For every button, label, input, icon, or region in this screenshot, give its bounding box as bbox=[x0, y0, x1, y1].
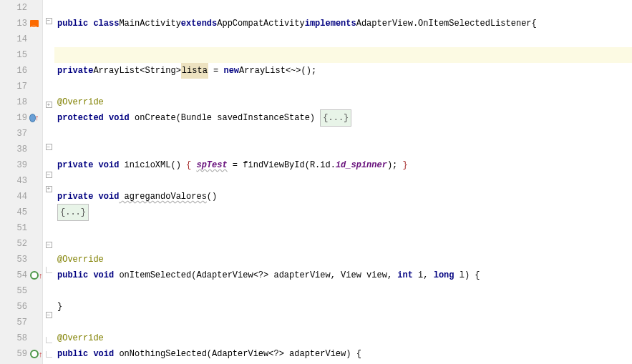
override-marker-icon[interactable] bbox=[29, 270, 39, 280]
folded-code-region[interactable]: {...} bbox=[320, 109, 351, 127]
line-number: 43 bbox=[13, 173, 27, 189]
fold-toggle-icon[interactable]: − bbox=[46, 312, 52, 318]
line-number: 52 bbox=[13, 236, 27, 252]
annotation: @Override bbox=[57, 94, 104, 110]
annotation: @Override bbox=[57, 252, 104, 267]
line-number: 17 bbox=[13, 79, 27, 94]
code-line[interactable]: {...} bbox=[54, 205, 632, 220]
method-name-warn: agregandoValores bbox=[119, 189, 206, 205]
fold-toggle-icon[interactable]: + bbox=[46, 102, 52, 108]
class-marker-icon[interactable] bbox=[29, 19, 39, 29]
line-number: 57 bbox=[13, 315, 27, 330]
line-number: 15 bbox=[13, 47, 27, 63]
line-number: 58 bbox=[13, 330, 27, 346]
code-line[interactable] bbox=[54, 126, 632, 142]
code-line[interactable] bbox=[54, 315, 632, 330]
code-line[interactable] bbox=[54, 79, 632, 94]
code-line[interactable]: @Override bbox=[54, 252, 632, 267]
fold-end-icon bbox=[46, 351, 52, 358]
line-number: 56 bbox=[13, 299, 27, 315]
code-line-highlighted[interactable] bbox=[54, 47, 632, 63]
line-number: 59 bbox=[13, 346, 27, 362]
line-number: 14 bbox=[13, 31, 27, 47]
line-number: 16 bbox=[13, 63, 27, 79]
line-number: 44 bbox=[13, 189, 27, 205]
fold-toggle-icon[interactable]: − bbox=[46, 144, 52, 150]
code-line[interactable] bbox=[54, 236, 632, 252]
code-line[interactable]: @Override bbox=[54, 94, 632, 110]
line-number: 53 bbox=[13, 252, 27, 267]
code-line[interactable]: private void inicioXML() { spTest = find… bbox=[54, 157, 632, 173]
fold-toggle-icon[interactable]: + bbox=[46, 186, 52, 192]
line-number: 19 bbox=[13, 110, 27, 126]
line-number: 13 bbox=[13, 16, 27, 31]
code-line[interactable] bbox=[54, 220, 632, 236]
line-number: 39 bbox=[13, 157, 27, 173]
code-line[interactable]: } bbox=[54, 299, 632, 315]
code-line[interactable] bbox=[54, 173, 632, 189]
line-number: 12 bbox=[13, 0, 27, 16]
line-number: 45 bbox=[13, 205, 27, 220]
fold-toggle-icon[interactable]: − bbox=[46, 242, 52, 248]
code-line[interactable]: public void onNothingSelected(AdapterVie… bbox=[54, 346, 632, 362]
code-line[interactable] bbox=[54, 142, 632, 157]
code-line[interactable]: public class MainActivity extends AppCom… bbox=[54, 16, 632, 31]
line-number: 51 bbox=[13, 220, 27, 236]
line-number: 38 bbox=[13, 142, 27, 157]
fold-gutter: − + − − + − − bbox=[43, 0, 54, 364]
override-up-icon[interactable]: ↑ bbox=[29, 113, 39, 123]
line-number: 54 bbox=[13, 267, 27, 283]
override-marker-icon[interactable] bbox=[29, 349, 39, 359]
fold-end-icon bbox=[46, 267, 52, 273]
line-number-gutter: 12 13 14 15 16 17 18 19↑ 37 38 39 43 44 … bbox=[0, 0, 43, 364]
code-line[interactable]: private ArrayList<String> lista = new Ar… bbox=[54, 63, 632, 79]
code-line[interactable] bbox=[54, 0, 632, 16]
annotation: @Override bbox=[57, 330, 104, 346]
field-ref: spTest bbox=[196, 157, 227, 173]
code-editor[interactable]: public class MainActivity extends AppCom… bbox=[54, 0, 632, 364]
line-number: 55 bbox=[13, 283, 27, 299]
code-line[interactable]: @Override bbox=[54, 330, 632, 346]
line-number: 37 bbox=[13, 126, 27, 142]
code-line[interactable]: public void onItemSelected(AdapterView<?… bbox=[54, 267, 632, 283]
code-line[interactable] bbox=[54, 283, 632, 299]
code-line[interactable]: private void agregandoValores() bbox=[54, 189, 632, 205]
line-number: 18 bbox=[13, 94, 27, 110]
fold-toggle-icon[interactable]: − bbox=[46, 172, 52, 178]
fold-end-icon bbox=[46, 337, 52, 343]
field-name: lista bbox=[181, 63, 208, 79]
folded-code-region[interactable]: {...} bbox=[57, 204, 89, 221]
code-line[interactable] bbox=[54, 31, 632, 47]
fold-toggle-icon[interactable]: − bbox=[46, 18, 52, 24]
code-line[interactable]: protected void onCreate(Bundle savedInst… bbox=[54, 110, 632, 126]
